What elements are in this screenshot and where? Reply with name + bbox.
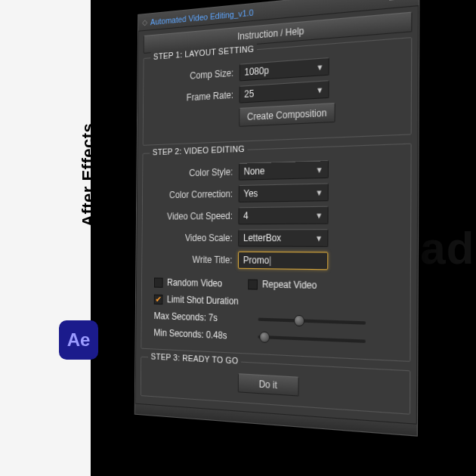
color-style-value: None xyxy=(244,165,265,177)
do-it-button[interactable]: Do it xyxy=(237,373,299,396)
step3-title: STEP 3: READY TO GO xyxy=(148,351,241,366)
write-title-label: Write Title: xyxy=(149,254,232,265)
help-button-label: Instruction / Help xyxy=(237,26,304,42)
frame-rate-select[interactable]: 25 ▼ xyxy=(240,80,329,103)
min-seconds-label: Min Seconds: 0.48s xyxy=(153,327,252,342)
frame-rate-label: Frame Rate: xyxy=(150,89,233,105)
chevron-down-icon: ▼ xyxy=(316,85,323,94)
write-title-input[interactable]: Promo| xyxy=(238,252,328,270)
frame-rate-value: 25 xyxy=(244,88,254,100)
scene: CGDownload Co ###C ◇ Automated Video Edi… xyxy=(91,0,476,476)
step1-group: STEP 1: LAYOUT SETTING Comp Size: 1080p … xyxy=(143,37,413,146)
chevron-down-icon: ▼ xyxy=(316,165,323,174)
random-video-checkbox[interactable] xyxy=(154,277,163,287)
comp-size-label: Comp Size: xyxy=(150,67,233,84)
comp-size-value: 1080p xyxy=(244,65,268,78)
color-style-label: Color Style: xyxy=(150,166,233,179)
limit-shot-checkbox[interactable]: ✔ xyxy=(154,294,163,304)
repeat-video-label: Repeat Video xyxy=(262,279,317,291)
slider-thumb[interactable] xyxy=(294,315,304,327)
cut-speed-label: Video Cut Speed: xyxy=(150,211,233,222)
max-seconds-label: Max Seconds: 7s xyxy=(154,311,252,325)
step2-group: STEP 2: VIDEO EDITING Color Style: None … xyxy=(141,144,411,362)
create-composition-label: Create Composition xyxy=(247,107,327,122)
minimize-icon[interactable]: — xyxy=(388,0,399,3)
create-composition-button[interactable]: Create Composition xyxy=(239,103,335,127)
script-panel: ◇ Automated Video Editing_v1.0 — ≡ Instr… xyxy=(134,0,420,437)
cut-speed-value: 4 xyxy=(243,210,249,221)
limit-shot-label: Limit Shot Duration xyxy=(167,294,239,307)
random-video-label: Random Video xyxy=(167,277,222,289)
repeat-video-checkbox[interactable] xyxy=(248,279,258,289)
color-correction-select[interactable]: Yes ▼ xyxy=(239,183,329,202)
panel-title: Automated Video Editing_v1.0 xyxy=(150,8,254,26)
color-style-select[interactable]: None ▼ xyxy=(239,160,329,181)
comp-size-select[interactable]: 1080p ▼ xyxy=(240,57,329,82)
window-menu-icon[interactable]: ≡ xyxy=(402,0,413,2)
write-title-value: Promo xyxy=(243,255,269,266)
chevron-down-icon: ▼ xyxy=(315,187,323,196)
step2-title: STEP 2: VIDEO EDITING xyxy=(150,144,247,156)
product-label: After Effects xyxy=(79,123,98,227)
slider-thumb[interactable] xyxy=(259,332,270,343)
bullet-icon: ◇ xyxy=(142,18,147,27)
color-correction-label: Color Correction: xyxy=(150,188,233,200)
cut-speed-select[interactable]: 4 ▼ xyxy=(238,206,328,225)
video-scale-value: LetterBox xyxy=(243,233,281,244)
ae-logo: Ae xyxy=(59,320,98,360)
color-correction-value: Yes xyxy=(243,188,258,199)
ae-logo-text: Ae xyxy=(67,329,91,351)
do-it-label: Do it xyxy=(259,379,277,391)
video-scale-select[interactable]: LetterBox ▼ xyxy=(238,229,328,247)
chevron-down-icon: ▼ xyxy=(316,62,323,72)
chevron-down-icon: ▼ xyxy=(315,211,323,220)
min-seconds-slider[interactable] xyxy=(258,335,366,343)
video-scale-label: Video Scale: xyxy=(149,233,232,244)
chevron-down-icon: ▼ xyxy=(315,233,323,243)
max-seconds-slider[interactable] xyxy=(258,318,366,325)
